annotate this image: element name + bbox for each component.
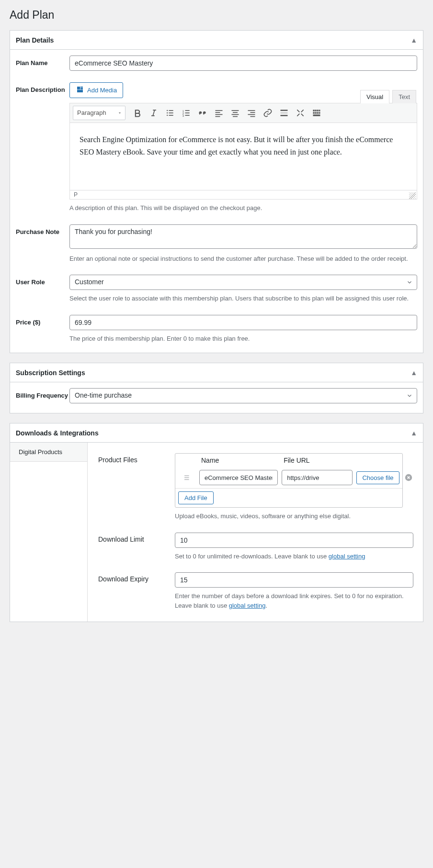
svg-rect-35: [313, 114, 320, 116]
plan-description-help: A description of this plan. This will be…: [69, 203, 417, 213]
delete-row-icon[interactable]: [404, 473, 413, 482]
svg-rect-24: [281, 110, 288, 111]
panel-subscription-settings: Subscription Settings ▲ Billing Frequenc…: [10, 363, 423, 413]
subtab-digital-products[interactable]: Digital Products: [10, 443, 87, 462]
purchase-note-input[interactable]: Thank you for purchasing!: [69, 224, 417, 249]
svg-rect-20: [248, 110, 255, 111]
format-select[interactable]: Paragraph: [73, 106, 125, 120]
product-files-label: Product Files: [98, 453, 175, 464]
svg-rect-29: [317, 110, 319, 111]
user-role-label: User Role: [16, 275, 69, 287]
panel-title: Downloads & Integrations: [16, 429, 99, 437]
purchase-note-label: Purchase Note: [16, 224, 69, 236]
drag-handle-icon[interactable]: ☰: [178, 474, 195, 481]
billing-frequency-select[interactable]: One-time purchase: [69, 388, 417, 403]
collapse-icon[interactable]: ▲: [410, 430, 417, 436]
svg-rect-19: [233, 116, 238, 117]
panel-header-plan-details[interactable]: Plan Details ▲: [10, 31, 423, 50]
resize-grip-icon[interactable]: [409, 192, 416, 199]
italic-icon[interactable]: [147, 106, 161, 120]
global-setting-link[interactable]: global setting: [229, 602, 266, 609]
add-file-button[interactable]: Add File: [178, 491, 214, 504]
page-title: Add Plan: [10, 9, 423, 22]
svg-rect-14: [216, 114, 223, 115]
fullscreen-icon[interactable]: [293, 106, 308, 120]
svg-rect-5: [169, 115, 173, 116]
user-role-help: Select the user role to associate with t…: [69, 294, 417, 303]
editor-tab-text[interactable]: Text: [392, 90, 416, 103]
align-right-icon[interactable]: [244, 106, 259, 120]
svg-rect-22: [248, 114, 255, 115]
svg-rect-23: [251, 116, 255, 117]
download-limit-label: Download Limit: [98, 533, 175, 543]
price-input[interactable]: [69, 315, 417, 330]
add-media-label: Add Media: [87, 87, 117, 94]
svg-rect-18: [232, 114, 239, 115]
svg-point-0: [167, 110, 168, 111]
editor-tab-visual[interactable]: Visual: [360, 90, 389, 103]
svg-rect-32: [315, 112, 317, 113]
price-label: Price ($): [16, 315, 69, 327]
svg-rect-10: [185, 112, 190, 113]
blockquote-icon[interactable]: [195, 106, 210, 120]
svg-rect-15: [216, 116, 220, 117]
svg-rect-30: [319, 110, 320, 111]
media-icon: [76, 85, 84, 95]
svg-rect-31: [313, 112, 315, 113]
numbered-list-icon[interactable]: 123: [179, 106, 194, 120]
billing-frequency-label: Billing Frequency: [16, 388, 69, 400]
svg-rect-26: [281, 115, 288, 116]
plan-name-input[interactable]: [69, 56, 417, 71]
file-url-input[interactable]: [282, 470, 353, 485]
bold-icon[interactable]: [130, 106, 145, 120]
purchase-note-help: Enter an optional note or special instru…: [69, 254, 417, 264]
download-limit-input[interactable]: [175, 533, 413, 548]
editor-toolbar: Paragraph 123: [70, 103, 417, 123]
price-help: The price of this membership plan. Enter…: [69, 334, 417, 344]
choose-file-button[interactable]: Choose file: [356, 471, 399, 484]
plan-name-label: Plan Name: [16, 56, 69, 67]
svg-rect-33: [317, 112, 319, 113]
col-url: File URL: [282, 456, 353, 464]
collapse-icon[interactable]: ▲: [410, 37, 417, 44]
editor-content[interactable]: Search Engine Optimization for eCommerce…: [70, 123, 417, 190]
panel-downloads-integrations: Downloads & Integrations ▲ Digital Produ…: [10, 423, 423, 622]
svg-rect-25: [281, 112, 288, 113]
svg-rect-4: [169, 112, 173, 113]
download-expiry-help: Enter the number of days before a downlo…: [175, 591, 413, 610]
panel-plan-details: Plan Details ▲ Plan Name Plan Descriptio…: [10, 30, 423, 353]
svg-rect-17: [233, 112, 238, 113]
download-expiry-input[interactable]: [175, 572, 413, 588]
bullet-list-icon[interactable]: [163, 106, 177, 120]
plan-description-label: Plan Description: [16, 82, 69, 94]
global-setting-link[interactable]: global setting: [329, 553, 365, 560]
file-name-input[interactable]: [199, 470, 278, 485]
toolbar-toggle-icon[interactable]: [309, 106, 324, 120]
svg-rect-13: [216, 112, 220, 113]
file-row: ☰ Choose file: [175, 467, 402, 488]
product-files-help: Upload eBooks, music, videos, software o…: [175, 512, 403, 521]
svg-rect-28: [315, 110, 317, 111]
svg-rect-3: [169, 110, 173, 111]
col-name: Name: [199, 456, 278, 464]
user-role-select[interactable]: Customer: [69, 275, 417, 290]
download-expiry-label: Download Expiry: [98, 572, 175, 583]
read-more-icon[interactable]: [277, 106, 291, 120]
svg-point-2: [167, 115, 168, 116]
panel-header-downloads[interactable]: Downloads & Integrations ▲: [10, 423, 423, 443]
align-center-icon[interactable]: [228, 106, 242, 120]
add-media-button[interactable]: Add Media: [69, 82, 123, 98]
svg-rect-9: [185, 110, 190, 111]
panel-title: Subscription Settings: [16, 369, 85, 377]
svg-rect-34: [319, 112, 320, 113]
svg-rect-12: [216, 110, 223, 111]
svg-rect-11: [185, 115, 190, 116]
svg-point-1: [167, 112, 168, 113]
collapse-icon[interactable]: ▲: [410, 369, 417, 376]
panel-header-subscription[interactable]: Subscription Settings ▲: [10, 363, 423, 382]
align-left-icon[interactable]: [212, 106, 226, 120]
panel-title: Plan Details: [16, 36, 54, 44]
svg-text:3: 3: [182, 114, 184, 117]
link-icon[interactable]: [261, 106, 275, 120]
download-limit-help: Set to 0 for unlimited re-downloads. Lea…: [175, 552, 413, 561]
